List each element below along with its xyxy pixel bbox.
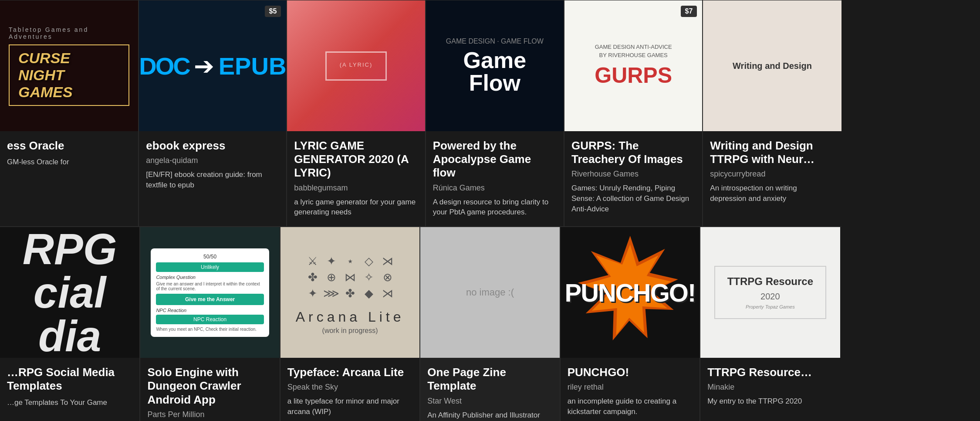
punchgo-main-text: PUNCHGO!	[565, 278, 696, 307]
card-desc-ttrpg-social: …ge Templates To Your Game	[7, 397, 132, 408]
card-curse-oracle[interactable]: Tabletop Games and Adventures CURSE NIGH…	[0, 0, 139, 227]
ttrpg-social-big-text: RPGcialdia	[0, 227, 139, 358]
card-body-punchgo: PUNCHGO! riley rethal an incomplete guid…	[561, 358, 700, 421]
card-body-zine: One Page Zine Template Star West An Affi…	[420, 358, 559, 421]
card-title-lyric: LYRIC GAME GENERATOR 2020 (A LYRIC)	[294, 139, 418, 180]
card-body-ttrpg-social: …RPG Social Media Templates …ge Template…	[0, 358, 139, 416]
price-badge-ebook: $5	[265, 6, 281, 17]
card-punchgo[interactable]: PUNCHGO! PUNCHGO! riley rethal an incomp…	[560, 227, 700, 421]
card-author-ttrpg-res: Minakie	[707, 383, 833, 392]
price-badge-gurps: $7	[681, 6, 697, 17]
card-lyric-game[interactable]: (A LYRIC) LYRIC GAME GENERATOR 2020 (A L…	[287, 0, 425, 227]
card-solo-engine[interactable]: 50/50 Unlikely Complex Question Give me …	[140, 227, 280, 421]
arcana-symbols-grid: ⚔ ✦ ⋆ ◇ ⋊ ✤ ⊕ ⋈ ✧ ⊗ ✦ ⋙ ✤ ◆ ⋊	[300, 250, 400, 305]
card-title-ebook: ebook express	[146, 139, 279, 153]
card-title-gurps: GURPS: The Treachery Of Images	[571, 139, 695, 166]
card-desc-pbta: A design resource to bring clarity to yo…	[433, 197, 557, 218]
product-grid-row2: RPGcialdia …RPG Social Media Templates ……	[0, 227, 980, 421]
arcana-title-area: Arcana Lite (work in progress)	[296, 309, 405, 335]
card-author-ebook: angela-quidam	[146, 156, 279, 165]
card-author-zine: Star West	[427, 397, 552, 406]
card-author-lyric: babblegumsam	[294, 183, 418, 193]
card-title-ttrpg-res: TTRPG Resource…	[707, 366, 833, 379]
card-desc-gurps: Games: Unruly Rending, Piping Sense: A c…	[571, 183, 695, 214]
oracle-npc-btn[interactable]: NPC Reaction	[156, 315, 264, 324]
card-body-solo: Solo Engine with Dungeon Crawler Android…	[140, 358, 279, 421]
card-desc-zine: An Affinity Publisher and Illustrator te…	[427, 410, 552, 421]
card-title-zine: One Page Zine Template	[427, 366, 552, 393]
card-image-pbta: GAME DESIGN · GAME FLOW Game Flow	[426, 0, 564, 131]
curse-top-label: Tabletop Games and Adventures	[9, 26, 129, 40]
card-image-writing: Writing and Design	[703, 0, 841, 131]
card-image-ttrpg-social: RPGcialdia	[0, 227, 139, 358]
ttrpg-res-bottom: Property Topaz Games	[726, 304, 814, 309]
epub-doc-text: DOC	[139, 52, 189, 80]
card-image-curse: Tabletop Games and Adventures CURSE NIGH…	[0, 0, 138, 131]
product-grid: Tabletop Games and Adventures CURSE NIGH…	[0, 0, 980, 227]
card-image-ttrpg-res: TTRPG Resource 2020 Property Topaz Games	[700, 227, 840, 358]
oracle-section-label: Complex Question	[156, 275, 264, 280]
card-image-gurps: GAME DESIGN ANTI-ADVICE BY RIVERHOUSE GA…	[564, 0, 702, 131]
card-image-arcana: ⚔ ✦ ⋆ ◇ ⋊ ✤ ⊕ ⋈ ✧ ⊗ ✦ ⋙ ✤ ◆ ⋊ Arcana Lit…	[280, 227, 419, 358]
card-author-solo: Parts Per Million	[147, 410, 272, 419]
card-body-curse: ess Oracle GM-less Oracle for	[0, 131, 138, 176]
card-desc-arcana: a lite typeface for minor and major arca…	[287, 396, 412, 417]
zine-no-image-text: no image :(	[466, 287, 514, 298]
card-gurps[interactable]: $7 GAME DESIGN ANTI-ADVICE BY RIVERHOUSE…	[564, 0, 703, 227]
card-image-solo: 50/50 Unlikely Complex Question Give me …	[140, 227, 279, 358]
card-author-arcana: Speak the Sky	[287, 383, 412, 392]
card-arcana-lite[interactable]: ⚔ ✦ ⋆ ◇ ⋊ ✤ ⊕ ⋈ ✧ ⊗ ✦ ⋙ ✤ ◆ ⋊ Arcana Lit…	[280, 227, 420, 421]
arcana-wip-label: (work in progress)	[296, 327, 405, 335]
card-body-ebook: ebook express angela-quidam [EN/FR] eboo…	[139, 131, 286, 199]
oracle-answer-btn[interactable]: Give me the Answer	[156, 294, 264, 305]
card-author-writing: spicycurrybread	[710, 170, 834, 179]
lyric-label: (A LYRIC)	[340, 61, 373, 68]
card-title-writing: Writing and Design TTRPG with Neur…	[710, 139, 834, 166]
card-image-punchgo: PUNCHGO!	[561, 227, 700, 358]
pbta-main-title: Game Flow	[435, 49, 555, 94]
card-desc-writing: An introspection on writing depression a…	[710, 183, 834, 204]
card-pbta[interactable]: GAME DESIGN · GAME FLOW Game Flow Powere…	[426, 0, 564, 227]
card-one-page-zine[interactable]: no image :( One Page Zine Template Star …	[420, 227, 560, 421]
card-ttrpg-social[interactable]: RPGcialdia …RPG Social Media Templates ……	[0, 227, 140, 421]
card-body-writing: Writing and Design TTRPG with Neur… spic…	[703, 131, 841, 213]
card-title-pbta: Powered by the Apocalypse Game flow	[433, 139, 557, 180]
oracle-section-desc: Give me an answer and I interpret it wit…	[156, 282, 264, 291]
card-image-lyric: (A LYRIC)	[287, 0, 425, 131]
card-desc-curse: GM-less Oracle for	[7, 157, 131, 167]
epub-arrow-icon: ➔	[194, 52, 214, 80]
ttrpg-res-box: TTRPG Resource 2020 Property Topaz Games	[714, 266, 826, 319]
ttrpg-res-year: 2020	[726, 292, 814, 302]
card-author-punchgo: riley rethal	[568, 383, 693, 392]
oracle-npc-label: NPC Reaction	[156, 308, 264, 313]
oracle-counter: 50/50	[156, 254, 264, 260]
gurps-by-text: BY RIVERHOUSE GAMES	[599, 52, 668, 58]
oracle-app-card: 50/50 Unlikely Complex Question Give me …	[151, 248, 269, 337]
card-title-curse: ess Oracle	[7, 139, 131, 153]
card-body-arcana: Typeface: Arcana Lite Speak the Sky a li…	[280, 358, 419, 421]
pbta-subtitle: GAME DESIGN · GAME FLOW	[446, 37, 544, 45]
gurps-logo-text: GURPS	[595, 63, 672, 88]
gurps-top-text: GAME DESIGN ANTI-ADVICE	[595, 44, 672, 50]
card-author-gurps: Riverhouse Games	[571, 170, 695, 179]
arcana-typeface-title: Arcana Lite	[296, 309, 405, 325]
ttrpg-res-title: TTRPG Resource	[726, 275, 814, 288]
card-writing-design[interactable]: Writing and Design Writing and Design TT…	[703, 0, 841, 227]
card-body-gurps: GURPS: The Treachery Of Images Riverhous…	[564, 131, 702, 223]
card-desc-ebook: [EN/FR] ebook creation guide: from textf…	[146, 170, 279, 190]
curse-main-label: CURSE NIGHT GAMES	[9, 44, 129, 106]
epub-epub-text: EPUB	[219, 52, 287, 80]
oracle-result-bar: Unlikely	[156, 262, 264, 272]
card-ttrpg-resource[interactable]: TTRPG Resource 2020 Property Topaz Games…	[700, 227, 840, 421]
card-desc-lyric: a lyric game generator for your game gen…	[294, 197, 418, 218]
card-body-lyric: LYRIC GAME GENERATOR 2020 (A LYRIC) babb…	[287, 131, 425, 226]
card-title-solo: Solo Engine with Dungeon Crawler Android…	[147, 366, 272, 407]
card-body-pbta: Powered by the Apocalypse Game flow Rúni…	[426, 131, 564, 226]
card-body-ttrpg-res: TTRPG Resource… Minakie My entry to the …	[700, 358, 840, 415]
card-desc-punchgo: an incomplete guide to creating a kickst…	[568, 396, 693, 417]
card-ebook-express[interactable]: $5 DOC ➔ EPUB ebook express angela-quida…	[139, 0, 287, 227]
writing-image-text: Writing and Design	[724, 52, 821, 80]
card-image-epub: DOC ➔ EPUB	[139, 0, 286, 131]
card-title-punchgo: PUNCHGO!	[568, 366, 693, 379]
card-desc-ttrpg-res: My entry to the TTRPG 2020	[707, 396, 833, 407]
